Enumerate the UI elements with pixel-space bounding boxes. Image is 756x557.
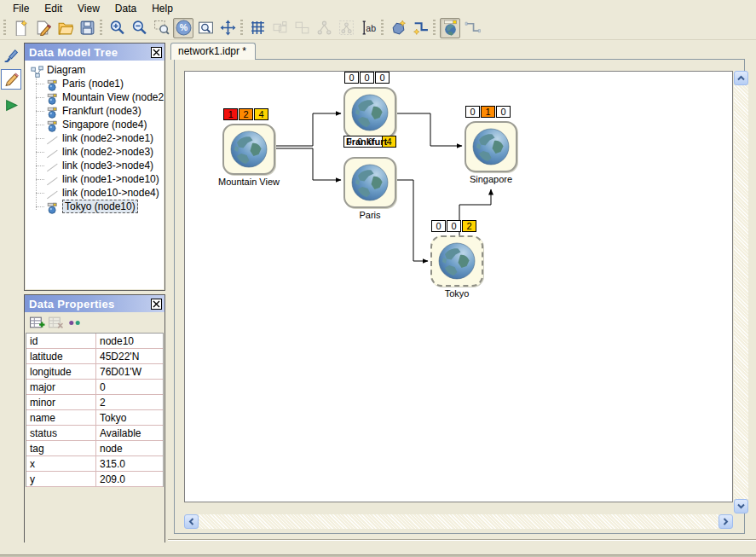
alarm-badges: 002 (431, 220, 477, 232)
diagram-link-node2-node1[interactable] (275, 148, 341, 180)
run-button[interactable] (1, 95, 21, 115)
label-button[interactable]: ab (358, 18, 378, 38)
diagram-link-node2-node3[interactable] (275, 113, 341, 146)
diagram-canvas[interactable]: 124Mountain View0000004FrankfurtParis010… (184, 71, 733, 502)
link-icon (46, 187, 60, 199)
zoom-percent-button[interactable]: % (173, 18, 193, 38)
tree-item-link-node10-node4-[interactable]: link (node10->node4) (26, 186, 164, 200)
editor-content: 124Mountain View0000004FrankfurtParis010… (174, 59, 745, 534)
tab-network1[interactable]: network1.idpr * (170, 43, 256, 60)
diagram-node-singapore[interactable]: 010Singapore (465, 121, 517, 172)
property-value[interactable]: 209.0 (96, 472, 163, 486)
menu-view[interactable]: View (70, 1, 107, 16)
alarm-badge: 0 (375, 72, 390, 84)
pan-button[interactable] (217, 18, 238, 38)
grid-button[interactable] (247, 18, 268, 38)
save-button[interactable] (77, 18, 97, 38)
tree-item-mountain-view-node2-[interactable]: Mountain View (node2) (26, 90, 164, 104)
alarm-badge: 4 (254, 108, 268, 120)
add-property-button[interactable] (27, 314, 46, 331)
vertical-scroll-track[interactable] (734, 85, 748, 499)
alarm-badges: 010 (465, 106, 511, 118)
close-icon[interactable] (151, 47, 162, 58)
property-row-longitude: longitude76D01'W (26, 364, 163, 380)
new-document-button[interactable] (10, 18, 31, 38)
scroll-right-icon[interactable] (718, 514, 733, 529)
diagram-node-tokyo[interactable]: 002Tokyo (430, 235, 483, 287)
new-node-button[interactable] (388, 18, 408, 38)
edit-pencil-button[interactable] (1, 69, 21, 90)
globe-icon (465, 121, 517, 172)
menu-edit[interactable]: Edit (37, 1, 70, 16)
alarm-badge: 0 (360, 72, 374, 84)
property-value[interactable]: 0 (96, 380, 163, 394)
ungroup-icon (294, 20, 310, 36)
property-value[interactable]: node10 (96, 334, 163, 348)
tree-item-label: link (node2->node1) (62, 132, 153, 144)
close-icon[interactable] (151, 299, 162, 310)
link-icon (46, 146, 60, 158)
tree-item-link-node1-node10-[interactable]: link (node1->node10) (26, 172, 164, 186)
diagram-node-mountain-view[interactable]: 124Mountain View (222, 124, 275, 175)
diagram-link-node3-node4[interactable] (396, 113, 462, 146)
property-value[interactable]: node (96, 441, 163, 455)
scroll-left-icon[interactable] (184, 514, 199, 529)
menu-data[interactable]: Data (107, 1, 144, 16)
add-row-icon (29, 315, 45, 331)
horizontal-scroll-track[interactable] (199, 514, 718, 529)
property-key: tag (26, 441, 96, 455)
node-label: Tokyo (445, 288, 470, 299)
dots-icon (66, 315, 83, 331)
tree-item-frankfurt-node3-[interactable]: Frankfurt (node3) (26, 104, 164, 118)
menu-help[interactable]: Help (144, 1, 181, 16)
zoom-area-button[interactable] (151, 18, 171, 38)
style-brush-button[interactable] (1, 44, 21, 64)
scroll-up-icon[interactable] (734, 71, 748, 85)
menu-file[interactable]: File (5, 1, 37, 16)
property-value[interactable]: 315.0 (96, 456, 163, 471)
new-link-icon (413, 20, 429, 36)
property-value[interactable]: 45D22'N (96, 349, 163, 363)
graph-layout-icon (338, 20, 355, 36)
overview-button[interactable] (195, 18, 216, 38)
zoom-in-button[interactable] (107, 18, 127, 38)
diagram-link-node1-node10[interactable] (396, 180, 428, 261)
alarm-badges: 000 (344, 72, 390, 84)
new-link-button[interactable] (410, 18, 430, 38)
property-value[interactable]: 2 (96, 395, 163, 409)
open-button[interactable] (55, 18, 75, 38)
property-value[interactable]: Available (96, 426, 163, 440)
ungroup-button (291, 18, 312, 38)
overview-icon (198, 20, 214, 36)
tree-item-link-node2-node1-[interactable]: link (node2->node1) (26, 131, 164, 145)
tree-item-link-node3-node4-[interactable]: link (node3->node4) (26, 159, 164, 172)
link-style-icon (465, 20, 481, 36)
tree-layout-icon (316, 20, 332, 36)
scroll-down-icon[interactable] (734, 499, 748, 513)
property-key: id (26, 334, 96, 348)
property-row-y: y209.0 (26, 472, 163, 487)
property-value[interactable]: 76D01'W (96, 364, 163, 379)
match-colors-button[interactable] (65, 314, 84, 331)
tree-item-label: Tokyo (node10) (62, 200, 138, 213)
property-key: latitude (26, 349, 96, 363)
diagram-node-frankfurt[interactable]: 0000004Frankfurt (343, 87, 396, 138)
globe-node-icon (442, 20, 459, 36)
alarm-badges: 124 (223, 108, 269, 120)
vertical-scrollbar[interactable] (734, 71, 748, 513)
tree-item-tokyo-node10-[interactable]: Tokyo (node10) (26, 200, 164, 213)
tree-item-singapore-node4-[interactable]: Singapore (node4) (26, 118, 164, 131)
zoom-out-button[interactable] (129, 18, 149, 38)
property-value[interactable]: Tokyo (96, 410, 163, 425)
property-key: major (26, 380, 96, 394)
property-row-latitude: latitude45D22'N (26, 349, 163, 364)
tree-item-diagram[interactable]: Diagram (26, 63, 164, 77)
diagram-node-paris[interactable]: Paris (343, 157, 396, 208)
edit-wizard-button[interactable] (32, 18, 53, 38)
link-style-button[interactable] (462, 18, 482, 38)
globe-node-button[interactable] (440, 18, 460, 38)
horizontal-scrollbar[interactable] (184, 514, 733, 529)
tree-item-paris-node1-[interactable]: Paris (node1) (26, 77, 164, 90)
menu-bar: FileEditViewDataHelp (0, 0, 756, 16)
tree-item-link-node2-node3-[interactable]: link (node2->node3) (26, 145, 164, 159)
